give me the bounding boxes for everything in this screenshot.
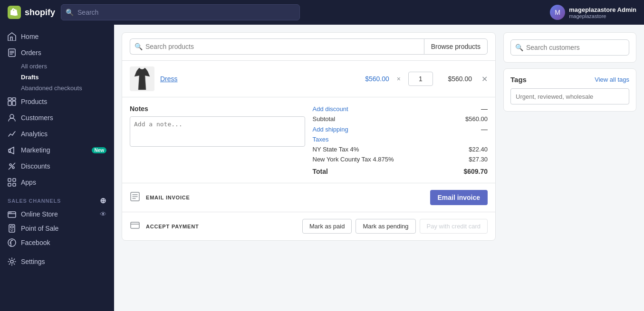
ny-county-tax-row: New York County Tax 4.875% $27.30 [313,156,488,163]
dress-image [134,67,151,91]
svg-point-22 [140,67,144,69]
user-store: mageplazastore [569,13,636,19]
taxes-label[interactable]: Taxes [313,136,329,143]
add-shipping-link[interactable]: Add shipping [313,126,348,133]
sidebar-item-analytics[interactable]: Analytics [0,126,114,142]
new-badge: New [92,147,106,153]
search-customers-wrap: 🔍 [510,39,629,56]
email-invoice-section: EMAIL INVOICE Email invoice [122,183,495,212]
sidebar-item-products[interactable]: Products [0,94,114,110]
ny-county-tax-value: $27.30 [469,156,488,163]
user-info: mageplazastore Admin mageplazastore [569,6,636,19]
sidebar-sub-abandoned-checkouts[interactable]: Abandoned checkouts [0,83,114,94]
order-card: 🔍 Browse products Dre [122,32,496,241]
shopify-logo[interactable]: shopify [8,6,55,19]
sidebar-label: Marketing [21,146,50,154]
tags-input[interactable] [510,88,629,104]
add-discount-link[interactable]: Add discount [313,105,348,113]
tags-title: Tags [510,75,527,84]
ny-state-tax-label: NY State Tax 4% [313,146,359,153]
product-thumbnail [130,66,154,91]
online-store-icon [8,210,16,218]
marketing-icon [8,146,16,154]
sidebar-item-orders[interactable]: Orders [0,45,114,61]
sidebar-sub-all-orders[interactable]: All orders [0,61,114,72]
user-menu[interactable]: M mageplazastore Admin mageplazastore [550,5,636,20]
content-area: 🔍 Browse products Dre [114,25,644,311]
sidebar-label: Point of Sale [21,225,58,232]
taxes-row: Taxes [313,136,488,143]
sidebar-item-settings[interactable]: Settings [0,254,114,270]
eye-icon[interactable]: 👁 [100,210,106,218]
top-navigation: shopify 🔍 M mageplazastore Admin magepla… [0,0,644,25]
search-products-input[interactable] [130,38,424,55]
mark-as-paid-button[interactable]: Mark as paid [302,219,352,234]
add-discount-row: Add discount — [313,105,488,113]
search-customers-input[interactable] [510,39,629,56]
svg-rect-11 [13,183,16,186]
home-icon [8,32,16,41]
sidebar-item-facebook[interactable]: Facebook [0,236,114,250]
sidebar-item-home[interactable]: Home [0,28,114,45]
total-value: $609.70 [463,168,488,175]
apps-icon [8,178,16,187]
product-total: $560.00 [439,75,472,83]
email-invoice-button[interactable]: Email invoice [430,190,488,205]
mark-as-pending-button[interactable]: Mark as pending [356,219,415,234]
product-price[interactable]: $560.00 [365,75,389,83]
product-name[interactable]: Dress [160,75,359,83]
svg-point-13 [9,212,10,213]
view-all-tags-link[interactable]: View all tags [595,76,629,83]
sidebar-sub-drafts[interactable]: Drafts [0,72,114,83]
product-quantity-input[interactable] [408,72,433,86]
sidebar-label: Apps [21,179,36,186]
sidebar-item-apps[interactable]: Apps [0,174,114,190]
top-search-bar: 🔍 [61,4,300,20]
sidebar-label: Facebook [21,239,50,246]
accept-payment-label: ACCEPT PAYMENT [146,224,297,229]
product-row: Dress $560.00 × $560.00 ✕ [122,61,495,97]
sidebar-item-discounts[interactable]: Discounts [0,158,114,174]
sidebar-label: Online Store [21,210,58,218]
product-remove-button[interactable]: ✕ [481,75,488,84]
discounts-icon [8,162,16,170]
analytics-icon [8,130,16,138]
notes-column: Notes [130,105,305,175]
svg-rect-8 [8,179,11,181]
top-search-input[interactable] [61,4,300,20]
facebook-icon [8,238,16,247]
svg-rect-9 [13,179,16,181]
subtotal-label: Subtotal [313,115,336,123]
sidebar-item-point-of-sale[interactable]: Point of Sale [0,221,114,236]
sidebar-label: Orders [21,49,41,57]
search-icon: 🔍 [66,9,74,16]
avatar: M [550,5,565,20]
total-label: Total [313,168,328,175]
sidebar-label: Discounts [21,162,50,170]
svg-rect-4 [12,98,16,100]
total-row: Total $609.70 [313,168,488,175]
search-products-icon: 🔍 [135,43,143,50]
accept-payment-section: ACCEPT PAYMENT Mark as paid Mark as pend… [122,212,495,240]
logo-text: shopify [25,8,55,18]
right-panel: 🔍 Tags View all tags [503,32,636,303]
ny-state-tax-row: NY State Tax 4% $22.40 [313,146,488,153]
products-icon [8,97,16,106]
orders-icon [8,48,16,57]
sidebar-item-marketing[interactable]: Marketing New [0,142,114,158]
sidebar-item-online-store[interactable]: Online Store 👁 [0,207,114,221]
user-name: mageplazastore Admin [569,6,636,13]
search-customers-card: 🔍 [503,32,636,63]
sales-channels-label: SALES CHANNELS ⊕ [0,190,114,207]
svg-point-19 [11,230,12,231]
notes-textarea[interactable] [130,116,305,147]
svg-rect-3 [8,98,11,100]
sidebar-item-customers[interactable]: Customers [0,110,114,126]
notes-label: Notes [130,105,305,113]
svg-point-5 [10,114,14,118]
invoice-icon [130,191,140,204]
sidebar-label: Settings [21,258,45,265]
add-channel-icon[interactable]: ⊕ [100,196,106,205]
browse-products-button[interactable]: Browse products [424,38,488,55]
pay-with-credit-card-button[interactable]: Pay with credit card [420,219,488,234]
